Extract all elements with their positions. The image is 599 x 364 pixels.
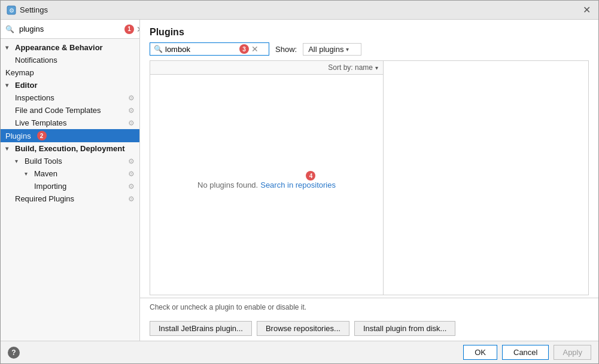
- bottom-buttons: Install JetBrains plugin... Browse repos…: [140, 316, 598, 341]
- gear-icon: ⚙: [128, 157, 135, 166]
- window-title: Settings: [20, 5, 48, 14]
- install-from-disk-button[interactable]: Install plugin from disk...: [354, 321, 455, 336]
- show-dropdown-value: All plugins: [308, 45, 343, 54]
- sidebar-item-label: Importing: [34, 182, 66, 191]
- gear-icon: ⚙: [128, 195, 135, 203]
- ok-button[interactable]: OK: [463, 345, 497, 360]
- plugins-panel-title: Plugins: [140, 20, 598, 42]
- sidebar-item-label: Notifications: [15, 56, 57, 65]
- no-plugins-area: No plugins found. Search in repositories…: [150, 75, 383, 295]
- gear-icon: ⚙: [128, 94, 135, 102]
- sidebar-search-icon: 🔍: [5, 25, 14, 33]
- dropdown-arrow-icon: ▾: [346, 46, 349, 53]
- sort-arrow-icon: ▾: [375, 65, 378, 71]
- sidebar-item-file-code-templates[interactable]: File and Code Templates ⚙: [1, 104, 139, 117]
- plugins-badge: 2: [37, 131, 47, 140]
- chevron-down-icon: ▾: [5, 145, 13, 152]
- sidebar-search-badge: 1: [124, 25, 134, 34]
- sidebar-item-plugins[interactable]: Plugins 2: [1, 129, 139, 142]
- no-plugins-text: No plugins found.: [197, 181, 258, 189]
- callout-badge-4: 4: [306, 171, 315, 181]
- close-button[interactable]: ✕: [580, 4, 592, 16]
- help-button[interactable]: ?: [8, 347, 20, 359]
- window-body: 🔍 1 ✕ ▾ Appearance & Behavior Notificati…: [1, 20, 598, 341]
- chevron-down-icon: ▾: [5, 82, 13, 88]
- gear-icon: ⚙: [128, 119, 135, 127]
- browse-repositories-button[interactable]: Browse repositories...: [257, 321, 349, 336]
- svg-text:⚙: ⚙: [9, 7, 14, 14]
- sidebar-item-required-plugins[interactable]: Required Plugins ⚙: [1, 192, 139, 205]
- sidebar-item-label: Maven: [34, 169, 57, 178]
- footer: ? OK Cancel Apply: [1, 341, 598, 363]
- sidebar-item-label: Required Plugins: [15, 194, 74, 203]
- cancel-button[interactable]: Cancel: [502, 345, 549, 360]
- sidebar-search-bar: 🔍 1 ✕: [1, 20, 139, 39]
- sidebar-item-label: Plugins: [5, 131, 31, 140]
- plugin-status-bar: Check or uncheck a plugin to enable or d…: [140, 298, 598, 316]
- show-label: Show:: [275, 45, 297, 54]
- plugin-area: Sort by: name ▾ No plugins found. Search…: [150, 60, 589, 295]
- sidebar-item-label: Live Templates: [15, 118, 66, 127]
- sidebar-item-notifications[interactable]: Notifications: [1, 54, 139, 66]
- sidebar-item-label: Inspections: [15, 93, 54, 102]
- sidebar-item-label: Appearance & Behavior: [15, 43, 103, 52]
- sidebar-item-keymap[interactable]: Keymap: [1, 66, 139, 79]
- install-jetbrains-button[interactable]: Install JetBrains plugin...: [150, 321, 252, 336]
- gear-icon: ⚙: [128, 170, 135, 178]
- sidebar-tree: ▾ Appearance & Behavior Notifications Ke…: [1, 39, 139, 341]
- sidebar-item-label: Keymap: [5, 68, 34, 77]
- sidebar-item-maven[interactable]: ▾ Maven ⚙: [1, 167, 139, 180]
- plugin-list-pane: Sort by: name ▾ No plugins found. Search…: [150, 61, 384, 295]
- plugin-detail-pane: [384, 61, 588, 295]
- sidebar-search-input[interactable]: [17, 23, 122, 35]
- title-bar-left: ⚙ Settings: [7, 5, 48, 15]
- settings-window: ⚙ Settings ✕ 🔍 1 ✕ ▾ Appearance & Behav: [0, 0, 599, 364]
- plugin-toolbar: 🔍 3 ✕ Show: All plugins ▾: [140, 42, 598, 60]
- sidebar: 🔍 1 ✕ ▾ Appearance & Behavior Notificati…: [1, 20, 140, 341]
- sidebar-item-importing[interactable]: Importing ⚙: [1, 180, 139, 192]
- chevron-down-icon: ▾: [25, 170, 32, 177]
- sidebar-item-live-templates[interactable]: Live Templates ⚙: [1, 117, 139, 129]
- chevron-down-icon: ▾: [15, 158, 22, 164]
- apply-button[interactable]: Apply: [554, 345, 591, 360]
- show-dropdown[interactable]: All plugins ▾: [303, 43, 361, 56]
- search-in-repositories-link[interactable]: Search in repositories: [260, 181, 336, 189]
- sidebar-item-build-execution-deployment[interactable]: ▾ Build, Execution, Deployment: [1, 142, 139, 155]
- sort-bar: Sort by: name ▾: [150, 61, 383, 75]
- plugin-search-badge: 3: [239, 44, 249, 54]
- main-content: Plugins 🔍 3 ✕ Show: All plugins ▾: [140, 20, 598, 341]
- plugin-search-clear-icon[interactable]: ✕: [251, 44, 259, 54]
- sidebar-item-build-tools[interactable]: ▾ Build Tools ⚙: [1, 155, 139, 167]
- sidebar-item-label: Build, Execution, Deployment: [15, 144, 124, 153]
- sidebar-item-label: Build Tools: [25, 157, 62, 166]
- no-plugins-message: No plugins found. Search in repositories: [197, 181, 336, 189]
- gear-icon: ⚙: [128, 106, 135, 115]
- plugin-search-box: 🔍 3 ✕: [150, 42, 269, 56]
- sidebar-item-editor[interactable]: ▾ Editor: [1, 79, 139, 91]
- settings-window-icon: ⚙: [7, 5, 16, 15]
- sidebar-item-label: File and Code Templates: [15, 106, 101, 115]
- sidebar-item-label: Editor: [15, 81, 38, 90]
- footer-right: OK Cancel Apply: [463, 345, 591, 360]
- sidebar-item-inspections[interactable]: Inspections ⚙: [1, 91, 139, 104]
- title-bar: ⚙ Settings ✕: [1, 1, 598, 20]
- gear-icon: ⚙: [128, 182, 135, 191]
- chevron-down-icon: ▾: [5, 44, 13, 51]
- sort-by-label[interactable]: Sort by: name: [328, 63, 373, 72]
- plugin-search-icon: 🔍: [154, 45, 163, 53]
- plugin-search-input[interactable]: [165, 45, 237, 54]
- sidebar-item-appearance-behavior[interactable]: ▾ Appearance & Behavior: [1, 41, 139, 54]
